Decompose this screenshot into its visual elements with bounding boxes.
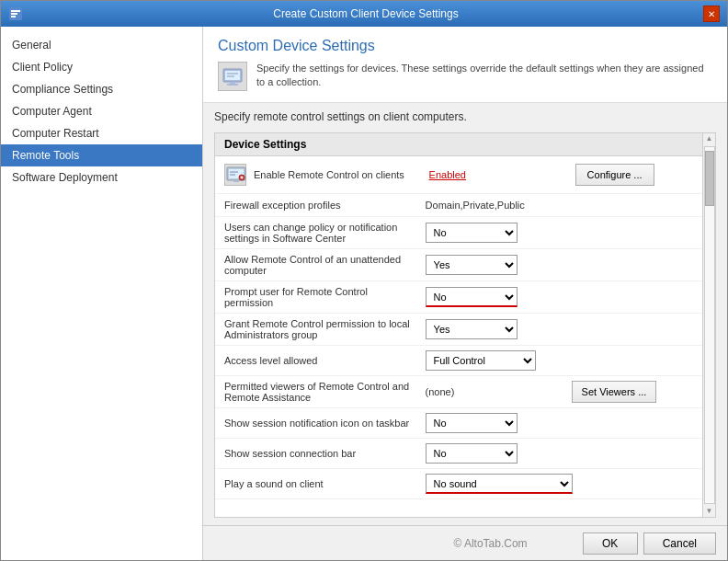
content-body: Specify remote control settings on clien… xyxy=(203,103,727,525)
show-notification-label: Show session notification icon on taskba… xyxy=(215,408,420,439)
table-row: Grant Remote Control permission to local… xyxy=(215,314,702,346)
sidebar-item-remote-tools[interactable]: Remote Tools xyxy=(1,144,202,166)
sidebar-item-client-policy[interactable]: Client Policy xyxy=(1,56,202,78)
sidebar-item-general[interactable]: General xyxy=(1,34,202,56)
window-title: Create Custom Client Device Settings xyxy=(28,7,703,20)
table-row: Allow Remote Control of an unattended co… xyxy=(215,249,702,281)
play-sound-value: No sound Always When permitted xyxy=(420,469,702,499)
access-level-value: Full Control View Only xyxy=(420,346,702,376)
table-row: Play a sound on client No sound Always W… xyxy=(215,469,702,499)
play-sound-label: Play a sound on client xyxy=(215,469,420,499)
set-viewers-button[interactable]: Set Viewers ... xyxy=(572,381,657,403)
table-row: Users can change policy or notification … xyxy=(215,217,702,249)
show-connection-bar-label: Show session connection bar xyxy=(215,439,420,469)
prompt-user-value: No Yes xyxy=(420,281,702,314)
settings-table: Enable Remote Control on clients Enabled… xyxy=(215,156,702,499)
show-connection-bar-select[interactable]: No Yes xyxy=(426,443,518,464)
grant-rc-select[interactable]: No Yes xyxy=(426,319,518,339)
permitted-viewers-value: (none) xyxy=(420,376,566,408)
scroll-thumb[interactable] xyxy=(705,151,714,206)
close-button[interactable]: ✕ xyxy=(703,6,720,22)
firewall-value: Domain,Private,Public xyxy=(420,194,702,217)
users-change-select[interactable]: No Yes xyxy=(426,223,518,243)
permitted-viewers-label: Permitted viewers of Remote Control and … xyxy=(215,376,420,408)
scroll-up-icon[interactable]: ▲ xyxy=(706,135,713,143)
scrollbar[interactable]: ▲ ▼ xyxy=(702,133,715,517)
table-row: Show session notification icon on taskba… xyxy=(215,408,702,439)
table-row: Prompt user for Remote Control permissio… xyxy=(215,281,702,314)
device-settings-container: Device Settings xyxy=(214,132,716,518)
settings-scroll-area[interactable]: Device Settings xyxy=(215,133,702,517)
spacer xyxy=(214,518,716,525)
allow-rc-select[interactable]: No Yes xyxy=(426,255,518,275)
set-viewers-action: Set Viewers ... xyxy=(566,376,702,408)
sidebar-item-software-deployment[interactable]: Software Deployment xyxy=(1,166,202,189)
page-title: Custom Device Settings xyxy=(218,38,712,54)
firewall-label: Firewall exception profiles xyxy=(215,194,420,217)
header-desc-text: Specify the settings for devices. These … xyxy=(256,62,712,90)
main-window: Create Custom Client Device Settings ✕ G… xyxy=(0,0,728,561)
svg-rect-6 xyxy=(230,82,235,84)
configure-action: Configure ... xyxy=(566,156,702,194)
table-row: Enable Remote Control on clients Enabled… xyxy=(215,156,702,194)
show-connection-bar-value: No Yes xyxy=(420,439,702,469)
svg-rect-2 xyxy=(11,13,17,15)
table-row: Access level allowed Full Control View O… xyxy=(215,346,702,376)
settings-row-icon xyxy=(224,164,246,186)
prompt-user-select[interactable]: No Yes xyxy=(426,287,518,307)
copyright-text: © AltoTab.Com xyxy=(398,537,582,550)
enable-rc-value: Enabled xyxy=(420,156,566,194)
footer-bar: © AltoTab.Com OK Cancel xyxy=(203,525,727,560)
table-row: Show session connection bar No Yes xyxy=(215,439,702,469)
allow-rc-label: Allow Remote Control of an unattended co… xyxy=(215,249,420,281)
device-settings-header: Device Settings xyxy=(215,133,702,156)
prompt-user-label: Prompt user for Remote Control permissio… xyxy=(215,281,420,314)
show-notification-value: No Yes xyxy=(420,408,702,439)
enabled-link[interactable]: Enabled xyxy=(429,169,466,180)
sidebar-item-computer-agent[interactable]: Computer Agent xyxy=(1,100,202,122)
enable-rc-label: Enable Remote Control on clients xyxy=(215,156,420,194)
header-icon xyxy=(218,62,247,91)
grant-rc-label: Grant Remote Control permission to local… xyxy=(215,314,420,346)
sidebar-item-computer-restart[interactable]: Computer Restart xyxy=(1,122,202,144)
table-row: Permitted viewers of Remote Control and … xyxy=(215,376,702,408)
cancel-button[interactable]: Cancel xyxy=(643,532,716,555)
users-change-value: No Yes xyxy=(420,217,702,249)
configure-button[interactable]: Configure ... xyxy=(575,164,654,186)
show-notification-select[interactable]: No Yes xyxy=(426,413,518,433)
footer-buttons: OK Cancel xyxy=(583,532,716,555)
svg-rect-7 xyxy=(227,84,238,86)
sidebar-item-compliance-settings[interactable]: Compliance Settings xyxy=(1,78,202,100)
scroll-down-icon[interactable]: ▼ xyxy=(706,508,713,515)
sidebar: General Client Policy Compliance Setting… xyxy=(1,27,203,560)
grant-rc-value: No Yes xyxy=(420,314,702,346)
access-level-label: Access level allowed xyxy=(215,346,420,376)
table-row: Firewall exception profiles Domain,Priva… xyxy=(215,194,702,217)
main-content: General Client Policy Compliance Setting… xyxy=(1,27,727,560)
play-sound-select[interactable]: No sound Always When permitted xyxy=(426,474,573,494)
window-icon xyxy=(8,6,23,21)
title-bar: Create Custom Client Device Settings ✕ xyxy=(1,1,727,27)
header-description: Specify the settings for devices. These … xyxy=(218,62,712,91)
svg-rect-5 xyxy=(225,71,240,80)
svg-rect-12 xyxy=(233,180,239,182)
users-change-label: Users can change policy or notification … xyxy=(215,217,420,249)
scroll-track xyxy=(704,146,715,504)
window-controls: ✕ xyxy=(703,6,720,22)
svg-rect-1 xyxy=(11,10,20,12)
access-level-select[interactable]: Full Control View Only xyxy=(426,350,536,371)
ok-button[interactable]: OK xyxy=(583,532,638,555)
svg-rect-3 xyxy=(11,16,16,17)
content-header: Custom Device Settings Specify the setti… xyxy=(203,27,727,103)
section-description: Specify remote control settings on clien… xyxy=(214,110,716,123)
allow-rc-value: No Yes xyxy=(420,249,702,281)
